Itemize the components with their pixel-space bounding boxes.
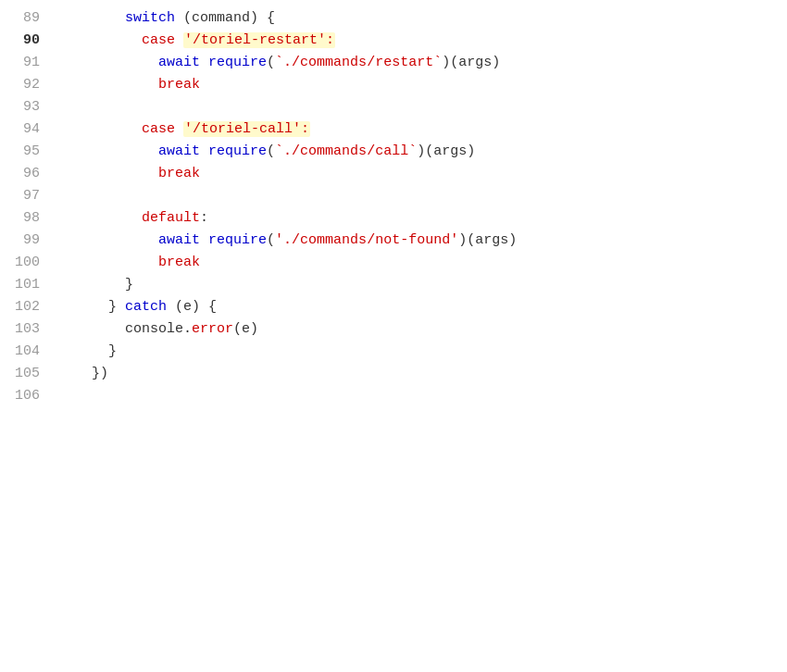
code-text bbox=[175, 32, 183, 48]
keyword-case: case bbox=[142, 32, 175, 48]
code-line-96: break bbox=[58, 163, 787, 185]
code-line-91: await require(`./commands/restart`)(args… bbox=[58, 52, 787, 74]
brace-close-3: } bbox=[108, 343, 117, 359]
line-num-93: 93 bbox=[15, 96, 47, 118]
line-num-98: 98 bbox=[15, 207, 47, 230]
code-line-99: await require('./commands/not-found')(ar… bbox=[58, 230, 787, 252]
keyword-require: require bbox=[208, 55, 267, 70]
indent bbox=[58, 343, 108, 359]
indent bbox=[58, 121, 142, 137]
indent bbox=[58, 232, 158, 248]
string-toriel-restart: '/toriel-restart': bbox=[183, 32, 335, 48]
code-text: )(args) bbox=[417, 143, 475, 159]
indent bbox=[58, 55, 158, 70]
line-num-100: 100 bbox=[15, 252, 47, 274]
code-line-102: } catch (e) { bbox=[58, 296, 787, 318]
indent bbox=[58, 277, 125, 292]
code-text: : bbox=[200, 210, 208, 226]
code-line-93 bbox=[58, 96, 787, 118]
code-text bbox=[200, 143, 208, 159]
line-num-104: 104 bbox=[15, 341, 47, 363]
code-text: )(args) bbox=[458, 232, 517, 248]
code-line-94: case '/toriel-call': bbox=[58, 118, 787, 141]
code-text bbox=[200, 232, 208, 248]
indent bbox=[58, 366, 92, 381]
code-text: ( bbox=[267, 232, 275, 248]
keyword-switch: switch bbox=[125, 10, 175, 26]
keyword-await: await bbox=[158, 55, 200, 70]
code-editor: 89 90 91 92 93 94 95 96 97 98 99 100 101… bbox=[0, 0, 787, 672]
method-error: error bbox=[192, 321, 233, 337]
indent bbox=[58, 32, 142, 48]
line-num-105: 105 bbox=[15, 363, 47, 385]
indent bbox=[58, 143, 158, 159]
indent bbox=[58, 299, 108, 315]
code-text: ( bbox=[267, 143, 275, 159]
line-num-92: 92 bbox=[15, 74, 47, 96]
code-text: )(args) bbox=[442, 55, 500, 70]
code-text bbox=[175, 121, 183, 137]
code-text bbox=[200, 55, 208, 70]
keyword-break-3: break bbox=[158, 255, 200, 270]
keyword-default: default bbox=[142, 210, 200, 226]
string-restart-path: `./commands/restart` bbox=[275, 55, 442, 70]
code-line-90: case '/toriel-restart': bbox=[58, 30, 787, 52]
code-line-100: break bbox=[58, 252, 787, 274]
code-line-98: default: bbox=[58, 207, 787, 230]
indent bbox=[58, 166, 158, 181]
indent bbox=[58, 210, 142, 226]
line-num-94: 94 bbox=[15, 118, 47, 141]
line-num-90: 90 bbox=[15, 30, 47, 52]
brace-close: } bbox=[125, 277, 133, 292]
code-line-97 bbox=[58, 185, 787, 207]
code-line-104: } bbox=[58, 341, 787, 363]
line-num-97: 97 bbox=[15, 185, 47, 207]
line-num-102: 102 bbox=[15, 296, 47, 318]
keyword-require-3: require bbox=[208, 232, 267, 248]
code-content: switch (command) { case '/toriel-restart… bbox=[58, 7, 787, 665]
indent bbox=[58, 10, 125, 26]
indent bbox=[58, 255, 158, 270]
code-line-95: await require(`./commands/call`)(args) bbox=[58, 141, 787, 163]
line-num-99: 99 bbox=[15, 230, 47, 252]
code-line-103: console.error(e) bbox=[58, 318, 787, 341]
line-num-106: 106 bbox=[15, 385, 47, 407]
keyword-await-2: await bbox=[158, 143, 200, 159]
keyword-await-3: await bbox=[158, 232, 200, 248]
line-num-95: 95 bbox=[15, 141, 47, 163]
keyword-catch: catch bbox=[125, 299, 167, 315]
keyword-require-2: require bbox=[208, 143, 267, 159]
keyword-break: break bbox=[158, 77, 200, 93]
line-num-103: 103 bbox=[15, 318, 47, 341]
code-text: ( bbox=[267, 55, 275, 70]
indent bbox=[58, 77, 158, 93]
code-text: (e) { bbox=[167, 299, 217, 315]
code-text: (command) { bbox=[175, 10, 275, 26]
string-call-path: `./commands/call` bbox=[275, 143, 417, 159]
keyword-break-2: break bbox=[158, 166, 200, 181]
code-line-89: switch (command) { bbox=[58, 7, 787, 30]
line-num-101: 101 bbox=[15, 274, 47, 296]
indent bbox=[58, 321, 125, 337]
line-num-96: 96 bbox=[15, 163, 47, 185]
code-line-101: } bbox=[58, 274, 787, 296]
code-line-92: break bbox=[58, 74, 787, 96]
line-num-91: 91 bbox=[15, 52, 47, 74]
code-line-105: }) bbox=[58, 363, 787, 385]
string-notfound-path: './commands/not-found' bbox=[275, 232, 458, 248]
brace-close-2: } bbox=[108, 299, 125, 315]
line-num-89: 89 bbox=[15, 7, 47, 30]
keyword-case-2: case bbox=[142, 121, 175, 137]
closing-paren: }) bbox=[92, 366, 108, 381]
string-toriel-call: '/toriel-call': bbox=[183, 121, 310, 137]
code-text: (e) bbox=[233, 321, 258, 337]
code-line-106 bbox=[58, 385, 787, 407]
console-text: console. bbox=[125, 321, 192, 337]
line-numbers: 89 90 91 92 93 94 95 96 97 98 99 100 101… bbox=[0, 7, 58, 665]
